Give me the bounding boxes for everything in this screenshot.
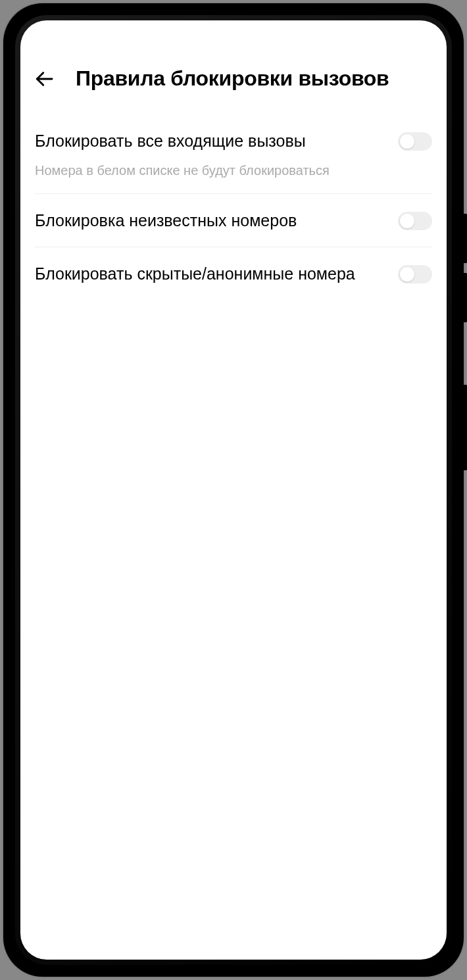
setting-text: Блокировать все входящие вызовы Номера в…: [35, 130, 385, 179]
setting-text: Блокировка неизвестных номеров: [35, 210, 385, 232]
phone-vol-up-button: [464, 214, 467, 263]
setting-block-unknown[interactable]: Блокировка неизвестных номеров: [35, 194, 432, 247]
status-bar: [20, 20, 447, 53]
toggle-block-hidden-anonymous[interactable]: [398, 265, 432, 283]
setting-block-hidden-anonymous[interactable]: Блокировать скрытые/анонимные номера: [35, 247, 432, 300]
setting-subtext: Номера в белом списке не будут блокирова…: [35, 162, 385, 179]
toggle-block-unknown[interactable]: [398, 212, 432, 230]
phone-power-button: [464, 385, 467, 470]
toggle-knob: [400, 267, 414, 282]
setting-label: Блокировка неизвестных номеров: [35, 210, 385, 232]
back-button[interactable]: [32, 67, 56, 91]
toggle-knob: [400, 134, 414, 149]
app-header: Правила блокировки вызовов: [20, 53, 447, 103]
setting-text: Блокировать скрытые/анонимные номера: [35, 263, 385, 285]
setting-block-all-incoming[interactable]: Блокировать все входящие вызовы Номера в…: [35, 114, 432, 194]
page-title: Правила блокировки вызовов: [76, 66, 389, 91]
arrow-left-icon: [34, 68, 55, 89]
setting-label: Блокировать все входящие вызовы: [35, 130, 385, 153]
screen: Правила блокировки вызовов Блокировать в…: [20, 20, 447, 960]
setting-label: Блокировать скрытые/анонимные номера: [35, 263, 385, 285]
phone-bezel: Правила блокировки вызовов Блокировать в…: [15, 15, 452, 965]
toggle-block-all-incoming[interactable]: [398, 132, 432, 151]
phone-frame: Правила блокировки вызовов Блокировать в…: [3, 3, 464, 977]
phone-vol-down-button: [464, 273, 467, 322]
toggle-knob: [400, 214, 414, 228]
settings-list: Блокировать все входящие вызовы Номера в…: [20, 103, 447, 299]
